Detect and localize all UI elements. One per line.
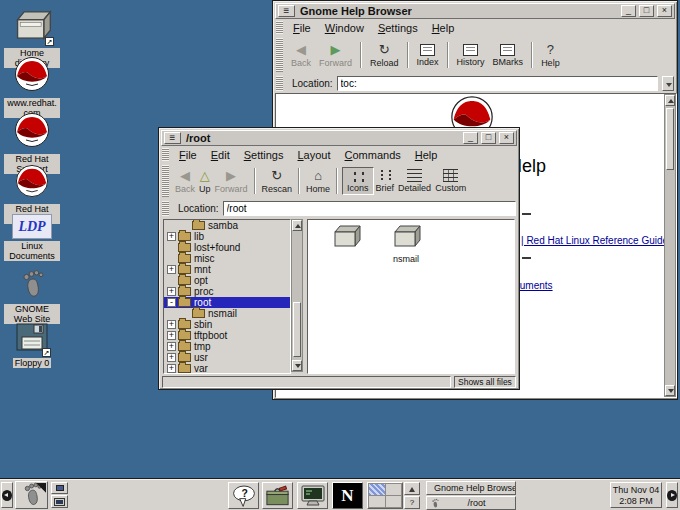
- folder-item[interactable]: nsmail: [378, 223, 434, 264]
- pager-up-button[interactable]: [404, 482, 420, 495]
- window-title: Gnome Help Browser: [298, 5, 618, 17]
- terminal-launcher[interactable]: [297, 482, 328, 509]
- scrollbar-thumb[interactable]: [293, 302, 301, 357]
- terminal-icon: [300, 484, 326, 507]
- menu-settings[interactable]: Settings: [238, 148, 292, 162]
- desktop-icon-redhat-com[interactable]: www.redhat.com: [3, 56, 61, 118]
- back-button[interactable]: ◀ Back: [173, 167, 197, 195]
- expander-icon[interactable]: +: [167, 353, 176, 362]
- netscape-launcher[interactable]: N: [332, 482, 363, 509]
- clock-applet[interactable]: Thu Nov 04 2:08 PM: [610, 482, 662, 508]
- fm-icon-pane[interactable]: nsmail: [307, 219, 515, 374]
- maximize-button[interactable]: □: [481, 132, 496, 144]
- drag-handle[interactable]: [162, 201, 169, 216]
- help-vertical-scrollbar[interactable]: [664, 94, 676, 397]
- help-titlebar[interactable]: ≡ Gnome Help Browser _ □ ×: [275, 3, 675, 19]
- desktop-icon-linux-documents[interactable]: LDP Linux Documents: [3, 214, 61, 261]
- expander-icon[interactable]: +: [167, 331, 176, 340]
- scroll-up-icon[interactable]: [292, 220, 302, 231]
- tree-item[interactable]: + var: [164, 363, 290, 374]
- folder-icon: [178, 243, 191, 252]
- task-button-help-browser[interactable]: Gnome Help Browser: [426, 481, 516, 495]
- detailed-view-button[interactable]: Detailed: [396, 168, 433, 194]
- drag-handle[interactable]: [276, 38, 283, 72]
- rescan-button[interactable]: ↻ Rescan: [260, 167, 295, 195]
- desktop-icon-floppy-0[interactable]: ↗ Floppy 0: [3, 322, 61, 368]
- main-menu-button[interactable]: [15, 481, 48, 509]
- location-input[interactable]: [337, 76, 658, 91]
- scroll-up-icon[interactable]: [665, 95, 675, 106]
- expander-icon[interactable]: -: [167, 298, 176, 307]
- drag-handle[interactable]: [162, 165, 169, 197]
- pager-help-button[interactable]: ?: [404, 496, 420, 509]
- close-button[interactable]: ×: [657, 5, 672, 17]
- drag-handle[interactable]: [276, 21, 283, 34]
- icons-view-button[interactable]: Icons: [342, 167, 374, 195]
- menu-file[interactable]: File: [173, 148, 205, 162]
- pager-desk-4[interactable]: [386, 496, 402, 507]
- menu-window[interactable]: Window: [319, 21, 372, 35]
- expander-icon[interactable]: +: [167, 265, 176, 274]
- expander-icon[interactable]: +: [167, 342, 176, 351]
- menu-file[interactable]: File: [287, 21, 319, 35]
- forward-button[interactable]: ▶ Forward: [213, 167, 250, 195]
- menu-help[interactable]: Help: [426, 21, 463, 35]
- help-launcher[interactable]: ?: [228, 482, 259, 509]
- maximize-button[interactable]: □: [639, 5, 654, 17]
- forward-button[interactable]: ▶ Forward: [315, 41, 356, 69]
- expander-icon[interactable]: +: [167, 232, 176, 241]
- desktop-icon-gnome-web-site[interactable]: GNOME Web Site: [3, 268, 61, 324]
- menu-edit[interactable]: Edit: [205, 148, 238, 162]
- menu-layout[interactable]: Layout: [291, 148, 338, 162]
- reload-button[interactable]: ↻ Reload: [366, 41, 403, 69]
- expander-icon[interactable]: +: [167, 364, 176, 373]
- expander-icon[interactable]: +: [167, 287, 176, 296]
- scroll-down-icon[interactable]: [292, 360, 302, 371]
- pager-desk-3[interactable]: [369, 496, 385, 507]
- minimize-button[interactable]: _: [621, 5, 636, 17]
- desk-guide-pager[interactable]: [367, 482, 403, 509]
- fm-titlebar[interactable]: ≡ /root _ □ ×: [161, 130, 517, 146]
- custom-view-button[interactable]: Custom: [433, 168, 468, 194]
- location-input[interactable]: [223, 201, 516, 216]
- panel-hide-right-button[interactable]: [666, 482, 678, 508]
- menu-help[interactable]: Help: [409, 148, 446, 162]
- horizontal-rule: [522, 213, 531, 215]
- tree-item-selected[interactable]: - root: [164, 297, 290, 308]
- index-button[interactable]: Index: [413, 43, 443, 68]
- brief-view-button[interactable]: Brief: [374, 168, 397, 194]
- control-center-launcher[interactable]: [262, 482, 293, 509]
- close-button[interactable]: ×: [499, 132, 514, 144]
- pager-desk-1[interactable]: [369, 484, 385, 495]
- scrollbar-thumb[interactable]: [666, 108, 674, 170]
- history-button[interactable]: History: [453, 43, 489, 68]
- window-menu-icon[interactable]: ≡: [278, 5, 295, 17]
- home-button[interactable]: ⌂ Home: [304, 167, 332, 195]
- mini-applet-top[interactable]: [51, 482, 68, 494]
- folder-item[interactable]: [318, 223, 374, 254]
- folder-icon: [178, 232, 191, 241]
- drag-handle[interactable]: [162, 148, 169, 161]
- gnome-foot-icon: [19, 268, 45, 302]
- help-button[interactable]: ? Help: [537, 41, 564, 69]
- back-button[interactable]: ◀ Back: [287, 41, 315, 69]
- mini-applet-bottom[interactable]: [51, 495, 68, 508]
- task-label: /root: [442, 498, 511, 508]
- tree-vertical-scrollbar[interactable]: [291, 219, 303, 372]
- up-button[interactable]: △ Up: [197, 167, 213, 195]
- minimize-button[interactable]: _: [463, 132, 478, 144]
- reference-guide-link[interactable]: | Red Hat Linux Reference Guide: [521, 235, 668, 246]
- menu-settings[interactable]: Settings: [372, 21, 426, 35]
- task-label: Gnome Help Browser: [434, 483, 516, 493]
- panel-hide-left-button[interactable]: [1, 482, 13, 508]
- expander-icon[interactable]: +: [167, 320, 176, 329]
- menu-commands[interactable]: Commands: [339, 148, 409, 162]
- window-menu-icon[interactable]: ≡: [164, 132, 181, 144]
- forward-icon: ▶: [331, 42, 341, 57]
- location-dropdown-button[interactable]: [662, 76, 674, 91]
- pager-desk-2[interactable]: [386, 484, 402, 495]
- scroll-down-icon[interactable]: [665, 385, 675, 396]
- task-button-root[interactable]: /root: [426, 496, 516, 510]
- bookmarks-button[interactable]: BMarks: [489, 43, 528, 68]
- drag-handle[interactable]: [276, 76, 283, 91]
